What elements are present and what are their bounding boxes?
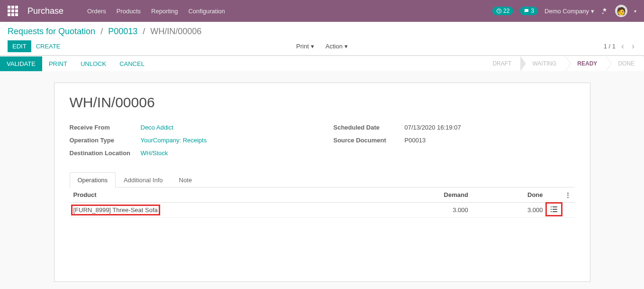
cancel-button[interactable]: CANCEL <box>113 56 151 71</box>
breadcrumb: Requests for Quotation / P00013 / WH/IN/… <box>8 27 636 37</box>
tab-note[interactable]: Note <box>171 172 200 187</box>
navbar-right: 22 3 Demo Company ▾ 🧑 ▾ <box>492 5 636 17</box>
caret-down-icon: ▾ <box>311 43 314 50</box>
svg-rect-5 <box>551 211 552 212</box>
apps-icon[interactable] <box>8 6 18 16</box>
user-menu-caret-icon[interactable]: ▾ <box>634 9 636 14</box>
chat-icon <box>524 8 529 14</box>
statusbar-buttons: VALIDATE PRINT UNLOCK CANCEL <box>0 56 151 71</box>
form-fields: Receive From Deco Addict Operation Type … <box>70 122 575 160</box>
destination-value[interactable]: WH/Stock <box>141 148 168 158</box>
status-ready[interactable]: READY <box>566 56 607 71</box>
list-icon[interactable] <box>551 206 557 212</box>
form-sheet-bg: WH/IN/00006 Receive From Deco Addict Ope… <box>0 71 644 282</box>
print-dropdown[interactable]: Print ▾ <box>292 41 318 52</box>
messages-count: 3 <box>531 8 534 14</box>
scheduled-date-label: Scheduled Date <box>334 122 405 133</box>
status-done[interactable]: DONE <box>607 56 644 71</box>
statusbar: VALIDATE PRINT UNLOCK CANCEL DRAFT WAITI… <box>0 56 644 71</box>
status-draft[interactable]: DRAFT <box>481 56 521 71</box>
menu-products[interactable]: Products <box>117 8 141 15</box>
cell-demand: 3.000 <box>368 203 472 218</box>
edit-button[interactable]: EDIT <box>8 40 31 52</box>
col-product: Product <box>70 187 369 203</box>
company-switcher[interactable]: Demo Company ▾ <box>544 8 594 15</box>
top-navbar: Purchase Orders Products Reporting Confi… <box>0 0 644 22</box>
tab-additional-info[interactable]: Additional Info <box>116 172 171 187</box>
move-lines-table: Product Demand Done ⋮ [FURN_8999] Three-… <box>70 187 575 218</box>
status-waiting[interactable]: WAITING <box>521 56 566 71</box>
destination-label: Destination Location <box>70 148 141 158</box>
company-name: Demo Company <box>544 8 589 15</box>
create-button[interactable]: CREATE <box>31 40 65 52</box>
activity-count: 22 <box>503 8 509 14</box>
pager: 1 / 1 ‹ › <box>604 41 636 51</box>
user-avatar[interactable]: 🧑 <box>615 5 627 17</box>
control-panel-buttons: EDIT CREATE Print ▾ Action ▾ 1 / 1 ‹ › <box>8 40 636 52</box>
status-steps: DRAFT WAITING READY DONE <box>481 56 644 71</box>
activity-badge[interactable]: 22 <box>492 7 513 15</box>
messages-badge[interactable]: 3 <box>520 7 538 15</box>
pager-prev-icon[interactable]: ‹ <box>619 41 626 51</box>
source-doc-label: Source Document <box>334 135 405 146</box>
cell-detail <box>547 203 561 218</box>
svg-rect-6 <box>553 211 557 212</box>
print-button[interactable]: PRINT <box>42 56 74 71</box>
scheduled-date-value: 07/13/2020 16:19:07 <box>405 122 461 133</box>
menu-reporting[interactable]: Reporting <box>151 8 178 15</box>
record-title: WH/IN/00006 <box>70 94 575 111</box>
table-row[interactable]: [FURN_8999] Three-Seat Sofa 3.000 3.000 <box>70 203 575 218</box>
control-panel-center: Print ▾ Action ▾ <box>292 41 352 52</box>
operation-type-value[interactable]: YourCompany: Receipts <box>141 135 207 146</box>
navbar-menu: Orders Products Reporting Configuration <box>87 8 225 15</box>
unlock-button[interactable]: UNLOCK <box>74 56 113 71</box>
form-sheet: WH/IN/00006 Receive From Deco Addict Ope… <box>54 83 590 282</box>
module-title[interactable]: Purchase <box>27 6 63 16</box>
pager-text: 1 / 1 <box>604 43 616 50</box>
receive-from-label: Receive From <box>70 122 141 133</box>
control-panel: Requests for Quotation / P00013 / WH/IN/… <box>0 22 644 56</box>
operation-type-label: Operation Type <box>70 135 141 146</box>
col-done: Done <box>472 187 547 203</box>
debug-icon[interactable] <box>601 7 608 15</box>
menu-configuration[interactable]: Configuration <box>188 8 225 15</box>
svg-rect-3 <box>551 209 552 210</box>
detail-highlight <box>545 202 562 216</box>
caret-down-icon: ▾ <box>591 8 594 15</box>
pager-next-icon[interactable]: › <box>630 41 636 51</box>
cell-product: [FURN_8999] Three-Seat Sofa <box>70 203 369 218</box>
breadcrumb-sep: / <box>143 27 145 36</box>
product-highlight: [FURN_8999] Three-Seat Sofa <box>71 205 160 215</box>
receive-from-value[interactable]: Deco Addict <box>141 122 173 133</box>
col-demand: Demand <box>368 187 472 203</box>
breadcrumb-current: WH/IN/00006 <box>150 27 201 36</box>
tab-operations[interactable]: Operations <box>70 172 116 187</box>
breadcrumb-sep: / <box>100 27 103 36</box>
cell-empty <box>561 203 575 218</box>
caret-down-icon: ▾ <box>345 43 348 50</box>
cell-done: 3.000 <box>472 203 547 218</box>
clock-icon <box>496 8 502 14</box>
action-dropdown[interactable]: Action ▾ <box>322 41 352 52</box>
svg-rect-4 <box>553 209 557 210</box>
svg-rect-2 <box>553 206 557 207</box>
breadcrumb-link-2[interactable]: P00013 <box>108 27 137 36</box>
col-options-icon[interactable]: ⋮ <box>561 187 575 203</box>
col-detail <box>547 187 561 203</box>
breadcrumb-link-1[interactable]: Requests for Quotation <box>8 27 95 36</box>
menu-orders[interactable]: Orders <box>87 8 106 15</box>
notebook-tabs: Operations Additional Info Note <box>70 172 575 187</box>
source-doc-value: P00013 <box>405 135 426 146</box>
svg-rect-1 <box>551 206 552 207</box>
validate-button[interactable]: VALIDATE <box>0 56 42 71</box>
